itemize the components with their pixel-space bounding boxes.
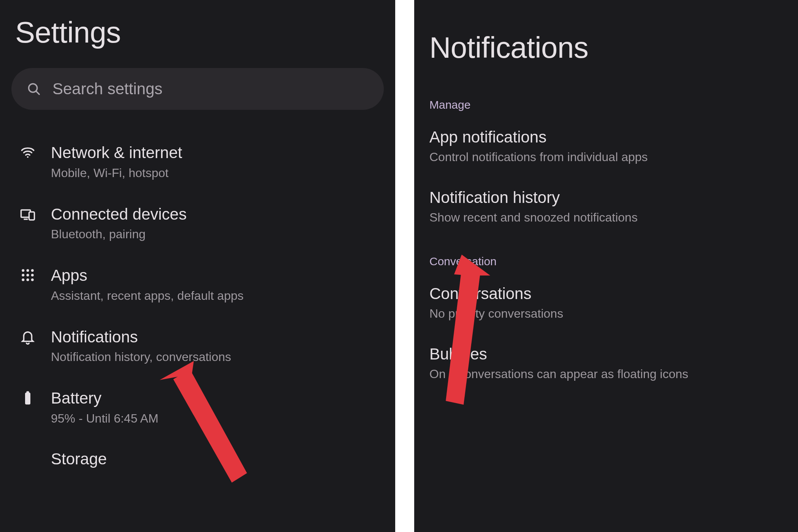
wifi-icon (20, 144, 36, 160)
svg-point-11 (31, 274, 34, 277)
notifications-panel: Notifications Manage App notifications C… (414, 0, 798, 532)
section-label-manage: Manage (426, 92, 787, 116)
settings-item-battery[interactable]: Battery 95% - Until 6:45 AM (11, 376, 384, 438)
settings-item-subtitle: 95% - Until 6:45 AM (51, 412, 158, 426)
svg-point-6 (22, 269, 24, 272)
notif-item-subtitle: No priority conversations (429, 307, 783, 321)
svg-rect-16 (27, 391, 29, 393)
settings-item-connected-devices[interactable]: Connected devices Bluetooth, pairing (11, 192, 384, 254)
settings-item-subtitle: Mobile, Wi-Fi, hotspot (51, 166, 182, 180)
notif-item-conversations[interactable]: Conversations No priority conversations (426, 272, 787, 333)
settings-item-subtitle: Assistant, recent apps, default apps (51, 289, 244, 303)
svg-line-1 (36, 91, 39, 94)
page-title: Settings (11, 0, 384, 68)
svg-rect-4 (29, 212, 35, 220)
bell-icon (20, 329, 36, 345)
notif-item-subtitle: Show recent and snoozed notifications (429, 211, 783, 225)
settings-item-title: Connected devices (51, 204, 187, 225)
panel-divider (395, 0, 414, 532)
notif-item-notification-history[interactable]: Notification history Show recent and sno… (426, 176, 787, 237)
svg-point-13 (27, 279, 29, 281)
settings-item-apps[interactable]: Apps Assistant, recent apps, default app… (11, 253, 384, 315)
svg-point-14 (31, 279, 34, 281)
svg-point-8 (31, 269, 34, 272)
settings-item-subtitle: Bluetooth, pairing (51, 227, 187, 241)
notif-item-title: Bubbles (429, 345, 783, 363)
svg-rect-15 (25, 393, 30, 405)
devices-icon (20, 206, 36, 222)
svg-point-10 (27, 274, 29, 277)
settings-panel: Settings Search settings Ne (0, 0, 395, 532)
notif-item-subtitle: On / Conversations can appear as floatin… (429, 367, 783, 381)
settings-item-storage[interactable]: Storage (11, 438, 384, 468)
notif-item-title: App notifications (429, 128, 783, 146)
svg-point-12 (22, 279, 24, 281)
svg-point-2 (27, 156, 28, 158)
notif-item-subtitle: Control notifications from individual ap… (429, 150, 783, 164)
settings-item-title: Notifications (51, 327, 231, 347)
apps-icon (20, 267, 36, 283)
settings-item-subtitle: Notification history, conversations (51, 350, 231, 364)
svg-point-7 (27, 269, 29, 272)
settings-item-title: Apps (51, 266, 244, 286)
settings-item-notifications[interactable]: Notifications Notification history, conv… (11, 315, 384, 377)
search-settings[interactable]: Search settings (11, 68, 384, 110)
search-icon (27, 82, 41, 96)
section-label-conversation: Conversation (426, 248, 787, 272)
notif-item-bubbles[interactable]: Bubbles On / Conversations can appear as… (426, 333, 787, 393)
settings-item-title: Storage (51, 450, 107, 468)
settings-item-network[interactable]: Network & internet Mobile, Wi-Fi, hotspo… (11, 131, 384, 192)
notif-item-title: Conversations (429, 285, 783, 303)
search-placeholder: Search settings (52, 80, 163, 98)
settings-item-title: Network & internet (51, 143, 182, 163)
page-title: Notifications (426, 0, 787, 92)
notif-item-app-notifications[interactable]: App notifications Control notifications … (426, 116, 787, 176)
settings-item-title: Battery (51, 388, 158, 408)
notif-item-title: Notification history (429, 188, 783, 207)
svg-point-9 (22, 274, 24, 277)
battery-icon (20, 390, 36, 406)
